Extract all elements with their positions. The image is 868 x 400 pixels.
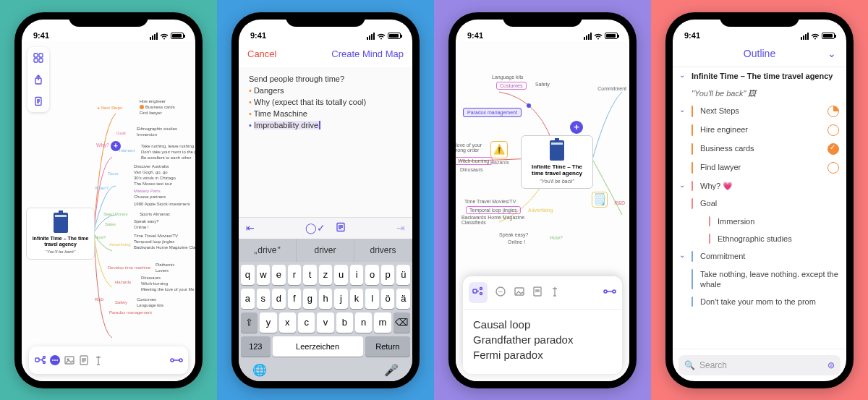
key-v[interactable]: v [317, 312, 333, 333]
sticky-icon[interactable]: 🗒️ [592, 192, 608, 208]
key-u[interactable]: u [334, 265, 348, 285]
mic-icon[interactable]: 🎤 [384, 363, 399, 377]
outline-row[interactable]: Take nothing, leave nothing. except the … [673, 265, 846, 294]
chat-icon[interactable] [495, 286, 506, 299]
checkmark-icon[interactable]: ◯✓ [305, 222, 326, 234]
prediction-3[interactable]: drivers [354, 239, 412, 262]
status-checkbox[interactable] [827, 124, 839, 136]
connection-icon[interactable] [169, 353, 184, 367]
filter-icon[interactable]: ⊜ [827, 360, 835, 370]
outline-row[interactable]: Don't take your mom to the prom [673, 293, 846, 310]
hazard-icon[interactable]: ⚠️ [490, 141, 508, 158]
chat-icon[interactable] [48, 353, 62, 367]
branch-dev[interactable]: Develop time machine [108, 265, 150, 270]
key-o[interactable]: o [365, 265, 379, 285]
outline-row[interactable]: ⌄Infinite Time – The time travel agency [673, 67, 846, 85]
note-icon[interactable] [77, 353, 91, 367]
create-mindmap-button[interactable]: Create Mind Map [331, 48, 404, 59]
image-icon[interactable] [62, 353, 77, 367]
status-checkbox[interactable] [827, 143, 839, 155]
branch-why[interactable]: Why? [96, 142, 109, 148]
outline-row[interactable]: Ethnographic studies [673, 230, 846, 247]
key-⌫[interactable]: ⌫ [393, 312, 410, 333]
disclosure-icon[interactable]: ⌄ [677, 71, 687, 79]
key-ä[interactable]: ä [396, 289, 410, 309]
connection-icon[interactable] [603, 286, 616, 298]
add-node-button[interactable]: + [570, 121, 583, 134]
key-i[interactable]: i [350, 265, 364, 285]
selected-node[interactable]: Paradox management [463, 108, 522, 117]
branch-seedmoney[interactable]: Seed Money [103, 212, 128, 216]
outline-list[interactable]: ⌄Infinite Time – The time travel agency"… [673, 67, 846, 349]
outline-row[interactable]: Business cards [673, 140, 846, 158]
cancel-button[interactable]: Cancel [247, 48, 276, 59]
status-checkbox[interactable] [827, 162, 839, 174]
outline-row[interactable]: "You'll be back" 🖼 [673, 85, 846, 102]
outline-row[interactable]: Find lawyer [673, 158, 846, 177]
key-t[interactable]: t [303, 265, 317, 285]
indent-icon[interactable]: ⇥ [396, 222, 405, 234]
key-ö[interactable]: ö [381, 289, 395, 309]
search-input[interactable]: 🔍 Search ⊜ [678, 355, 841, 375]
branch-goal[interactable]: Goal [116, 131, 126, 135]
branch-rd[interactable]: R&D [95, 297, 104, 302]
key-b[interactable]: b [336, 312, 353, 333]
status-checkbox[interactable] [827, 106, 839, 117]
key-c[interactable]: c [298, 312, 315, 333]
key-j[interactable]: j [334, 289, 348, 309]
key-r[interactable]: r [288, 265, 302, 285]
key-n[interactable]: n [355, 312, 372, 333]
outline-row[interactable]: ⌄Commitment [673, 247, 846, 265]
branch-commitment[interactable]: mitment [119, 148, 135, 153]
globe-icon[interactable]: 🌐 [252, 363, 267, 377]
key-h[interactable]: h [319, 289, 333, 309]
key-123[interactable]: 123 [241, 336, 271, 357]
selection-handle[interactable] [527, 103, 531, 108]
key-return[interactable]: Return [365, 336, 410, 357]
key-z[interactable]: z [319, 265, 333, 285]
document-icon[interactable] [30, 93, 46, 109]
branch-tours[interactable]: Tours [108, 171, 119, 176]
key-d[interactable]: d [272, 289, 286, 309]
key-space[interactable]: Leerzeichen [273, 336, 363, 357]
key-ü[interactable]: ü [396, 265, 410, 285]
prediction-2[interactable]: driver [297, 239, 354, 262]
key-⇧[interactable]: ⇧ [241, 312, 258, 333]
branch-next-steps[interactable]: ▸ Next Steps [98, 105, 122, 110]
disclosure-icon[interactable]: ⌄ [677, 106, 687, 114]
branch-when[interactable]: When? [95, 186, 109, 190]
key-w[interactable]: w [257, 265, 271, 285]
share-icon[interactable] [30, 72, 46, 88]
outline-row[interactable]: Goal [673, 195, 846, 212]
node-tool-icon[interactable] [469, 282, 488, 303]
outline-row[interactable]: ⌄Why? 💗 [673, 177, 846, 195]
note-icon[interactable] [532, 286, 542, 299]
disclosure-icon[interactable]: ⌄ [677, 181, 687, 189]
outline-row[interactable]: Hire engineer [673, 121, 846, 140]
text-editor[interactable]: Send people through time? Dangers Why (e… [239, 67, 412, 217]
disclosure-icon[interactable]: ⌄ [677, 251, 687, 259]
style-icon[interactable] [550, 286, 560, 299]
outdent-icon[interactable]: ⇤ [246, 222, 255, 234]
notes-icon[interactable] [336, 222, 346, 234]
outline-row[interactable]: Immersion [673, 213, 846, 230]
central-node[interactable]: Infinite Time – The time travel agency "… [521, 135, 593, 189]
branch-sales[interactable]: Sales [105, 222, 116, 226]
node-tool-icon[interactable] [33, 353, 48, 367]
key-k[interactable]: k [350, 289, 364, 309]
outline-row[interactable]: ⌄Next Steps [673, 102, 846, 121]
branch-how[interactable]: How? [95, 235, 106, 239]
image-icon[interactable] [514, 286, 525, 299]
mindmap-canvas[interactable]: Infinite Time – The time travel agency "… [22, 41, 195, 381]
key-g[interactable]: g [303, 289, 317, 309]
chevron-down-icon[interactable]: ⌄ [827, 48, 836, 59]
mindmap-canvas[interactable]: Language kits Costumes Safety Paradox ma… [456, 41, 629, 381]
key-y[interactable]: y [260, 312, 276, 333]
notes-text[interactable]: Causal loop Grandfather paradox Fermi pa… [463, 310, 622, 374]
key-l[interactable]: l [365, 289, 379, 309]
key-p[interactable]: p [381, 265, 395, 285]
prediction-1[interactable]: drive [239, 239, 297, 262]
key-m[interactable]: m [374, 312, 391, 333]
key-a[interactable]: a [241, 289, 255, 309]
central-node[interactable]: Infinite Time – The time travel agency "… [26, 208, 95, 260]
